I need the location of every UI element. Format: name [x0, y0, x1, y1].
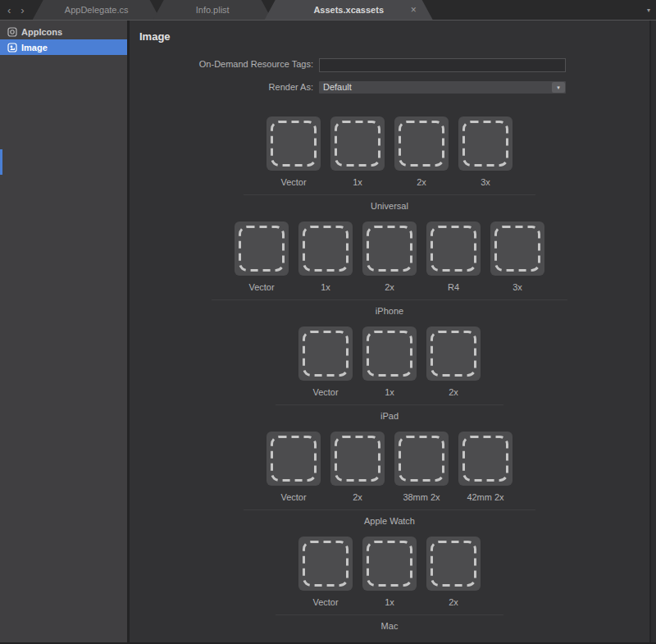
image-slot-dropzone[interactable] [266, 432, 321, 486]
dropdown-button[interactable]: ▾ [552, 82, 565, 93]
render-as-select[interactable]: Default ▾ [319, 81, 566, 94]
device-group: Vector 1x 2x Mac [298, 537, 481, 631]
image-slot-dropzone[interactable] [330, 116, 385, 171]
image-slot-dropzone[interactable] [458, 432, 512, 486]
group-separator [276, 614, 503, 615]
image-slot-dropzone[interactable] [298, 222, 353, 276]
dashed-placeholder-icon [298, 327, 353, 381]
slot-label: Vector [312, 597, 338, 607]
slot-cell: 38mm 2x [394, 432, 449, 502]
tab-overflow-icon[interactable]: ▾ [647, 0, 650, 21]
close-tab-icon[interactable]: × [411, 5, 417, 15]
device-groups: Vector 1x 2x [130, 116, 649, 642]
image-slot-dropzone[interactable] [266, 116, 321, 171]
slot-cell: Vector [266, 116, 321, 187]
group-separator [276, 404, 503, 405]
resource-tags-row: On-Demand Resource Tags: [130, 57, 649, 72]
image-slot-dropzone[interactable] [362, 327, 417, 381]
resource-tags-input[interactable] [319, 58, 566, 72]
dashed-placeholder-icon [458, 116, 512, 171]
group-separator [244, 509, 535, 510]
slot-cell: 42mm 2x [458, 432, 512, 502]
tab-assets-xcassets[interactable]: Assets.xcassets × [265, 0, 433, 20]
slot-cell: 1x [362, 327, 417, 397]
slot-label: 1x [385, 597, 394, 607]
render-as-value: Default [323, 82, 352, 92]
slot-row: Vector 1x 2x [298, 537, 481, 607]
scrollbar-track[interactable] [649, 21, 656, 642]
image-slot-dropzone[interactable] [298, 537, 353, 591]
image-slot-dropzone[interactable] [362, 537, 417, 591]
slot-cell: 2x [330, 432, 385, 502]
tab-strip: AppDelegate.cs Info.plist Assets.xcasset… [33, 0, 433, 20]
image-slot-dropzone[interactable] [394, 116, 449, 171]
slot-label: 38mm 2x [403, 492, 440, 502]
render-as-label: Render As: [130, 82, 313, 92]
slot-row: Vector 1x 2x [298, 327, 481, 397]
tab-info-plist[interactable]: Info.plist [153, 0, 272, 20]
slot-cell: Vector [266, 432, 321, 502]
render-as-row: Render As: Default ▾ [130, 81, 649, 94]
device-group: Vector 1x 2x iPad [298, 327, 481, 421]
image-slot-dropzone[interactable] [426, 537, 481, 591]
device-group: Vector 1x 2x [266, 116, 512, 211]
history-nav: ‹ › [0, 0, 33, 20]
image-slot-dropzone[interactable] [298, 327, 353, 381]
slot-cell: 3x [490, 222, 544, 292]
slot-cell: Vector [298, 327, 353, 397]
dashed-placeholder-icon [426, 327, 481, 381]
slot-label: 42mm 2x [467, 492, 503, 502]
forward-icon[interactable]: › [20, 5, 24, 16]
left-edge-scroll-indicator[interactable] [0, 149, 2, 175]
back-icon[interactable]: ‹ [7, 5, 11, 16]
device-group: Vector 2x 38mm 2x [266, 432, 512, 526]
slot-cell: 1x [330, 116, 385, 187]
slot-row: Vector 2x 38mm 2x [266, 432, 512, 502]
tab-label: AppDelegate.cs [65, 5, 129, 15]
slot-label: 1x [353, 177, 362, 187]
slot-cell: 2x [426, 327, 481, 397]
device-group: Vector 1x 2x [235, 222, 544, 316]
dashed-placeholder-icon [458, 432, 512, 486]
image-slot-dropzone[interactable] [426, 327, 481, 381]
group-name: iPhone [376, 306, 403, 316]
slot-cell: 2x [394, 116, 449, 187]
slot-cell: Vector [235, 222, 289, 292]
image-slot-dropzone[interactable] [458, 116, 512, 171]
slot-cell: R4 [426, 222, 481, 292]
slot-label: 1x [385, 387, 394, 397]
slot-label: 3x [512, 282, 522, 292]
asset-editor-window: ‹ › AppDelegate.cs Info.plist Assets.xca… [0, 0, 656, 644]
group-name: Apple Watch [364, 516, 415, 526]
dashed-placeholder-icon [394, 432, 449, 486]
dashed-placeholder-icon [266, 116, 321, 171]
sidebar-item-label: AppIcons [21, 27, 62, 37]
editor-tab-bar: ‹ › AppDelegate.cs Info.plist Assets.xca… [0, 0, 656, 21]
slot-cell: 1x [362, 537, 417, 607]
slot-cell: 2x [426, 537, 481, 607]
sidebar-item-image[interactable]: Image [0, 39, 127, 55]
dashed-placeholder-icon [362, 327, 417, 381]
slot-label: Vector [280, 177, 306, 187]
group-name: Mac [381, 621, 399, 631]
slot-cell: 1x [298, 222, 353, 292]
slot-cell: Vector [298, 537, 353, 607]
image-slot-dropzone[interactable] [490, 222, 544, 276]
group-name: Universal [371, 201, 408, 211]
slot-label: 2x [449, 597, 458, 607]
editor-body: AppIcons Image Image On-Demand Resource … [0, 21, 656, 642]
dashed-placeholder-icon [426, 222, 481, 276]
image-slot-dropzone[interactable] [426, 222, 481, 276]
group-name: iPad [380, 411, 399, 421]
slot-row: Vector 1x 2x [266, 116, 512, 187]
slot-label: 2x [417, 177, 426, 187]
slot-label: 3x [481, 177, 490, 187]
image-set-icon [7, 43, 17, 53]
image-slot-dropzone[interactable] [330, 432, 385, 486]
image-slot-dropzone[interactable] [394, 432, 449, 486]
tab-appdelegate-cs[interactable]: AppDelegate.cs [33, 0, 161, 20]
image-slot-dropzone[interactable] [362, 222, 417, 276]
image-slot-dropzone[interactable] [235, 222, 289, 276]
imageset-editor: Image On-Demand Resource Tags: Render As… [130, 21, 649, 642]
sidebar-item-appicons[interactable]: AppIcons [0, 24, 127, 39]
